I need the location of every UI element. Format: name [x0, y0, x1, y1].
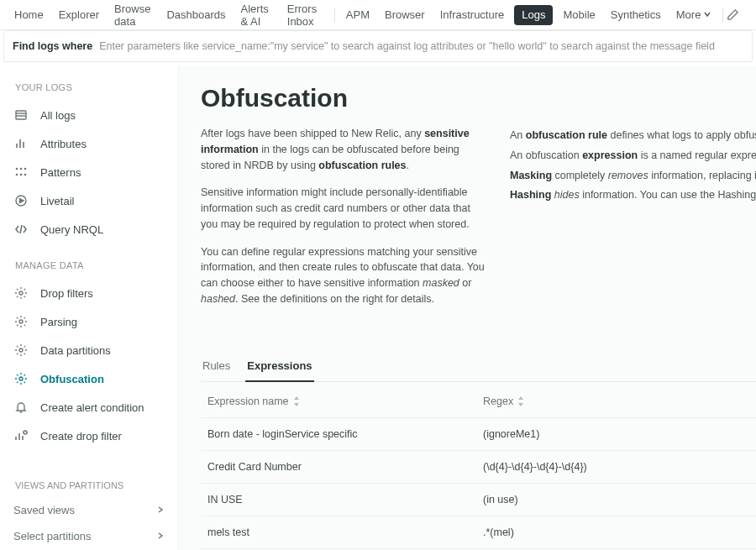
sidebar-item-label: Patterns [40, 166, 81, 179]
tab-expressions[interactable]: Expressions [245, 353, 313, 382]
gear-icon [13, 285, 29, 301]
nav-apm[interactable]: APM [339, 0, 377, 30]
svg-point-16 [19, 348, 23, 352]
para-3: You can define regular expressions match… [201, 244, 486, 307]
definition-rule: An obfuscation rule defines what logs to… [510, 126, 756, 146]
cell-regex: (ignoreMe1) [476, 418, 756, 450]
search-label: Find logs where [13, 40, 92, 52]
sidebar-footer-saved-views[interactable]: Saved views [0, 497, 178, 523]
sidebar-item-label: Query NRQL [40, 223, 103, 236]
sidebar: YOUR LOGSAll logsAttributesPatternsLivet… [0, 65, 179, 550]
sidebar-item-livetail[interactable]: Livetail [0, 186, 178, 215]
sidebar-item-label: Attributes [40, 138, 87, 150]
sidebar-item-label: Data partitions [40, 344, 111, 357]
sidebar-item-all-logs[interactable]: All logs [0, 101, 178, 129]
nav-alerts-ai[interactable]: Alerts & AI [234, 0, 280, 30]
svg-point-9 [16, 174, 18, 176]
nav-explorer[interactable]: Explorer [51, 0, 107, 30]
cell-regex: (in use) [476, 484, 756, 516]
para-2: Sensitive information might include pers… [201, 185, 486, 232]
tab-rules[interactable]: Rules [201, 353, 232, 382]
sidebar-item-query-nrql[interactable]: Query NRQL [0, 215, 178, 244]
chevron-right-icon [156, 530, 165, 542]
cell-regex: .*(mel) [476, 516, 756, 548]
description-left: After logs have been shipped to New Reli… [201, 126, 486, 319]
sidebar-item-drop-filters[interactable]: Drop filters [0, 279, 178, 307]
cell-expression-name: Born date - loginService specific [201, 418, 476, 450]
svg-point-14 [19, 291, 23, 295]
nav-logs[interactable]: Logs [514, 5, 553, 25]
nav-dashboards[interactable]: Dashboards [159, 0, 233, 30]
top-nav: HomeExplorerBrowse dataDashboardsAlerts … [0, 0, 756, 30]
description-row: After logs have been shipped to New Reli… [201, 126, 756, 319]
sidebar-item-create-drop-filter[interactable]: Create drop filter [0, 422, 178, 450]
svg-point-21 [24, 431, 27, 434]
sidebar-footer-label: Select partitions [13, 530, 92, 542]
column-header-name[interactable]: Expression name [201, 385, 476, 417]
svg-point-11 [24, 174, 27, 176]
sidebar-footer-heading: VIEWS AND PARTITIONS [0, 474, 178, 497]
page-title: Obfuscation [201, 84, 756, 113]
chevron-right-icon [156, 504, 165, 516]
gear-icon [13, 371, 29, 386]
cell-regex: (\d{4}-\d{4}-\d{4}-\d{4}) [476, 451, 756, 483]
table-row[interactable]: Credit Card Number(\d{4}-\d{4}-\d{4}-\d{… [201, 451, 756, 484]
play-icon [13, 193, 29, 208]
sidebar-heading: MANAGE DATA [0, 255, 178, 279]
bars-icon [13, 136, 29, 151]
sidebar-item-data-partitions[interactable]: Data partitions [0, 336, 178, 364]
nav-errors-inbox[interactable]: Errors Inbox [280, 0, 331, 30]
table-row[interactable]: Born date - loginService specific(ignore… [201, 418, 756, 451]
gear-icon [13, 314, 29, 329]
sort-icon [292, 396, 301, 406]
sidebar-item-label: Obfuscation [40, 373, 104, 385]
main-layout: YOUR LOGSAll logsAttributesPatternsLivet… [0, 65, 756, 550]
nav-browse-data[interactable]: Browse data [107, 0, 159, 30]
cell-expression-name: IN USE [201, 484, 476, 516]
gear-icon [13, 343, 29, 358]
svg-point-7 [20, 168, 23, 170]
nav-synthetics[interactable]: Synthetics [603, 0, 669, 30]
svg-line-13 [20, 225, 22, 233]
search-bar: Find logs where [3, 30, 753, 62]
column-header-name-label: Expression name [207, 395, 289, 407]
patterns-icon [13, 165, 29, 180]
sidebar-heading: YOUR LOGS [0, 77, 178, 101]
cell-expression-name: mels test [201, 516, 476, 548]
column-header-regex[interactable]: Regex [476, 385, 756, 417]
list-icon [13, 107, 29, 123]
edit-nav-button[interactable] [727, 8, 749, 21]
definition-masking: Masking completely removes information, … [510, 166, 756, 186]
pencil-icon [727, 8, 739, 21]
sidebar-item-create-alert-condition[interactable]: Create alert condition [0, 393, 178, 422]
definition-hashing: Hashing hides information. You can use t… [510, 186, 756, 206]
sidebar-item-obfuscation[interactable]: Obfuscation [0, 364, 178, 393]
sidebar-item-label: Parsing [40, 316, 77, 328]
sidebar-item-attributes[interactable]: Attributes [0, 129, 178, 158]
nav-browser[interactable]: Browser [377, 0, 433, 30]
column-header-regex-label: Regex [483, 395, 513, 407]
sidebar-item-label: Livetail [40, 195, 74, 207]
nav-infrastructure[interactable]: Infrastructure [433, 0, 512, 30]
search-input[interactable] [99, 40, 743, 52]
expressions-table: Expression name Regex Born date - loginS… [201, 385, 756, 551]
nav-home[interactable]: Home [7, 0, 51, 30]
sidebar-item-label: Create alert condition [40, 401, 144, 414]
svg-point-8 [24, 168, 27, 170]
svg-point-10 [20, 174, 23, 176]
table-row[interactable]: IN USE(in use) [201, 484, 756, 516]
intro-paragraph: After logs have been shipped to New Reli… [201, 126, 486, 173]
svg-point-15 [19, 320, 23, 323]
sidebar-footer-select-partitions[interactable]: Select partitions [0, 523, 178, 549]
sidebar-item-parsing[interactable]: Parsing [0, 307, 178, 336]
sidebar-item-label: All logs [40, 109, 76, 122]
table-row[interactable]: mels test.*(mel) [201, 516, 756, 549]
cell-expression-name: Credit Card Number [201, 451, 476, 483]
sidebar-item-label: Drop filters [40, 287, 93, 300]
sidebar-item-patterns[interactable]: Patterns [0, 158, 178, 186]
content: Obfuscation After logs have been shipped… [179, 65, 756, 550]
nav-more[interactable]: More [669, 0, 720, 30]
nav-mobile[interactable]: Mobile [555, 0, 602, 30]
sidebar-item-label: Create drop filter [40, 430, 122, 443]
bell-icon [13, 400, 29, 415]
